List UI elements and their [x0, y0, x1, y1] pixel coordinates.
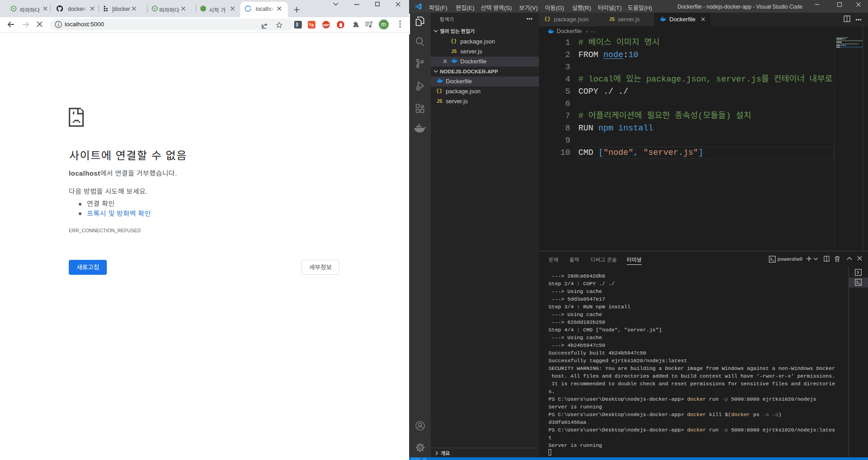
svg-text:ABP: ABP: [323, 24, 329, 27]
